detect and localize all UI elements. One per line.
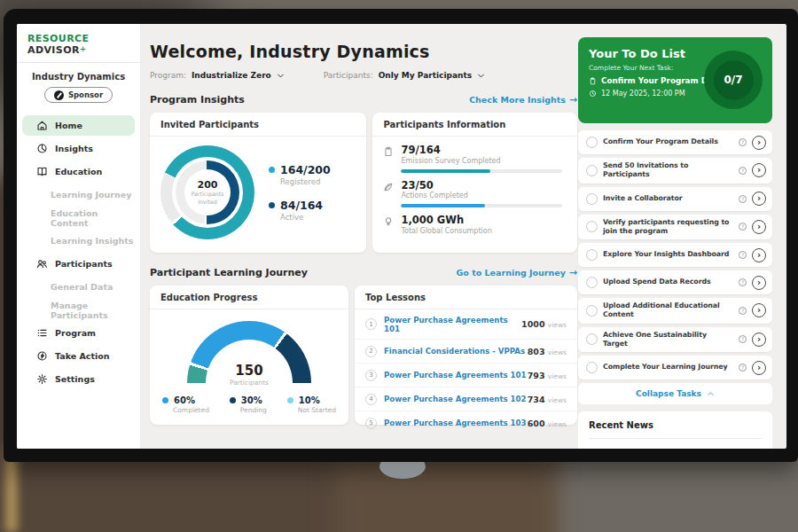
lesson-rank: 3 xyxy=(365,370,377,381)
task-open-button[interactable] xyxy=(752,163,766,177)
task-open-button[interactable] xyxy=(752,276,766,290)
info-icon[interactable] xyxy=(739,335,747,343)
legend-label: Completed xyxy=(173,406,209,414)
sidebar-item-label: Insights xyxy=(55,144,93,153)
lesson-row[interactable]: 5 Power Purchase Agreements 103 600 view… xyxy=(355,411,577,434)
todo-progress-ring: 0/7 xyxy=(704,51,763,109)
participants-value: Only My Participants xyxy=(379,71,472,80)
sidebar-item-education[interactable]: Education xyxy=(22,161,135,182)
info-icon[interactable] xyxy=(739,307,747,315)
sidebar-item-label: General Data xyxy=(51,282,113,292)
sponsor-badge[interactable]: Sponsor xyxy=(44,87,113,103)
sidebar-item-label: Settings xyxy=(55,374,95,384)
lesson-link[interactable]: Power Purchase Agreements 103 xyxy=(384,419,528,427)
participants-information-card: Participants Information 79/164 Emission… xyxy=(372,113,577,253)
lesson-rank: 1 xyxy=(365,318,377,330)
section-title: Program Insights xyxy=(150,94,245,106)
task-open-button[interactable] xyxy=(752,303,766,317)
sidebar-item-general-data[interactable]: General Data xyxy=(22,277,135,297)
sidebar-item-learning-journey[interactable]: Learning Journey xyxy=(22,184,135,205)
sidebar-item-program[interactable]: Program xyxy=(22,323,135,343)
info-icon[interactable] xyxy=(739,278,747,286)
sidebar-item-education-content[interactable]: Education Content xyxy=(22,207,135,228)
lesson-link[interactable]: Financial Considerations - VPPAs xyxy=(384,347,528,356)
task-checkbox[interactable] xyxy=(586,362,598,373)
task-open-button[interactable] xyxy=(752,220,766,234)
info-icon[interactable] xyxy=(739,364,747,372)
task-open-button[interactable] xyxy=(752,136,766,150)
task-open-button[interactable] xyxy=(752,361,766,375)
task-checkbox[interactable] xyxy=(586,137,598,148)
lesson-row[interactable]: 3 Power Purchase Agreements 101 793 view… xyxy=(355,364,577,387)
logo-primary: RESOURCE xyxy=(27,33,89,44)
sidebar-item-home[interactable]: Home xyxy=(22,115,135,136)
page-title: Welcome, Industry Dynamics xyxy=(150,42,577,61)
lesson-row[interactable]: 2 Financial Considerations - VPPAs 803 v… xyxy=(355,340,577,364)
task-open-button[interactable] xyxy=(752,192,766,206)
task-row[interactable]: Verify participants requesting to join t… xyxy=(578,215,772,240)
sidebar-item-participants[interactable]: Participants xyxy=(22,254,135,274)
program-dropdown[interactable]: Program: Industrialize Zero xyxy=(150,71,285,80)
task-label: Send 50 Invitations to Participants xyxy=(603,161,733,180)
program-value: Industrialize Zero xyxy=(192,71,271,80)
task-row[interactable]: Send 50 Invitations to Participants xyxy=(578,158,772,184)
lesson-link[interactable]: Power Purchase Agreements 101 xyxy=(384,371,528,379)
lesson-link[interactable]: Power Purchase Agreements 101 xyxy=(384,316,521,333)
legend-active: 84/164 Active xyxy=(269,199,331,222)
task-row[interactable]: Upload Additional Educational Content xyxy=(578,298,772,324)
lesson-row[interactable]: 4 Power Purchase Agreements 102 734 view… xyxy=(355,387,577,411)
task-checkbox[interactable] xyxy=(586,165,598,176)
sidebar-item-learning-insights[interactable]: Learning Insights xyxy=(22,231,135,251)
lesson-views-count: 793 xyxy=(528,371,545,380)
sidebar-item-take-action[interactable]: Take Action xyxy=(22,346,135,366)
task-row[interactable]: Achieve One Sustainability Target xyxy=(578,327,772,353)
check-more-insights-link[interactable]: Check More Insights xyxy=(469,94,577,106)
task-label: Explore Your Insights Dashboard xyxy=(603,250,733,259)
education-progress-card: Education Progress 150 Participants 60% … xyxy=(150,286,348,425)
task-label: Achieve One Sustainability Target xyxy=(603,331,733,349)
info-icon[interactable] xyxy=(739,167,747,175)
participants-dropdown[interactable]: Participants: Only My Participants xyxy=(324,71,485,80)
sidebar: RESOURCE ADVISOR+ Industry Dynamics Spon… xyxy=(17,24,141,449)
donut-center-label: Participants Invited xyxy=(184,191,231,205)
sidebar-item-manage-participants[interactable]: Manage Participants xyxy=(22,300,135,320)
task-checkbox[interactable] xyxy=(586,305,598,317)
task-row[interactable]: Complete Your Learning Journey xyxy=(578,356,772,379)
legend-dot xyxy=(269,167,275,173)
clipboard-icon xyxy=(589,77,597,85)
task-row[interactable]: Confirm Your Program Details xyxy=(578,130,772,154)
lesson-link[interactable]: Power Purchase Agreements 102 xyxy=(384,395,528,403)
lesson-row[interactable]: 1 Power Purchase Agreements 101 1000 vie… xyxy=(355,309,577,340)
sidebar-item-insights[interactable]: Insights xyxy=(22,138,135,159)
task-open-button[interactable] xyxy=(752,248,766,262)
go-to-learning-journey-link[interactable]: Go to Learning Journey xyxy=(457,267,577,278)
task-checkbox[interactable] xyxy=(586,221,598,232)
task-checkbox[interactable] xyxy=(586,333,598,345)
legend-label: Registered xyxy=(280,177,331,186)
task-row[interactable]: Invite a Collaborator xyxy=(578,187,772,211)
info-icon[interactable] xyxy=(739,251,747,259)
sidebar-item-label: Program xyxy=(55,328,96,338)
task-checkbox[interactable] xyxy=(586,249,598,261)
legend-label: Pending xyxy=(240,406,267,414)
legend-value: 60% xyxy=(174,395,195,405)
collapse-tasks-button[interactable]: Collapse Tasks xyxy=(578,383,772,404)
task-row[interactable]: Explore Your Insights Dashboard xyxy=(578,243,772,267)
task-label: Verify participants requesting to join t… xyxy=(603,218,733,237)
task-checkbox[interactable] xyxy=(586,277,598,288)
lesson-views-word: views xyxy=(548,321,567,329)
legend-value: 164/200 xyxy=(280,163,331,176)
progress-bar xyxy=(401,169,562,173)
sidebar-item-label: Learning Insights xyxy=(51,236,133,246)
lesson-rank: 5 xyxy=(365,418,377,429)
sidebar-item-settings[interactable]: Settings xyxy=(22,369,135,389)
info-icon[interactable] xyxy=(739,195,747,203)
task-open-button[interactable] xyxy=(752,332,766,347)
info-icon[interactable] xyxy=(739,138,747,146)
task-checkbox[interactable] xyxy=(586,193,598,205)
survey-clipboard-icon xyxy=(383,146,394,157)
recent-news-title: Recent News xyxy=(589,420,762,430)
organization-name: Industry Dynamics xyxy=(17,72,140,82)
task-row[interactable]: Upload Spend Data Records xyxy=(578,270,772,294)
info-icon[interactable] xyxy=(739,223,747,231)
